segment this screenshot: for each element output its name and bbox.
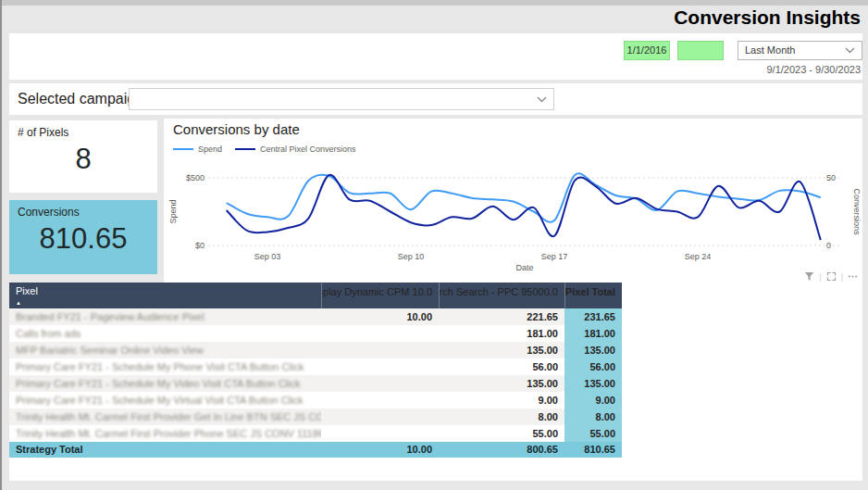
table-body: Branded FY21 - Pageview Audience Pixel10…	[9, 308, 622, 442]
pixel-table: Pixel ▲ Display Dynamic CPM 10.0 Search …	[9, 283, 622, 458]
search-value-cell: 55.00	[439, 425, 564, 442]
svg-text:$500: $500	[186, 173, 205, 182]
line-chart[interactable]: $0$500050Sep 03Sep 10Sep 17Sep 24DateSpe…	[164, 119, 862, 283]
pixel-name-cell: Primary Care FY21 - Schedule My Virtual …	[9, 392, 321, 408]
conversions-kpi-value: 810.65	[9, 222, 157, 256]
svg-text:Sep 10: Sep 10	[398, 252, 425, 261]
search-value-cell: 9.00	[439, 392, 564, 408]
display-value-cell	[321, 358, 439, 375]
table-row[interactable]: MFP Bariatric Seminar Online Video View1…	[9, 342, 622, 358]
search-value-cell: 135.00	[439, 342, 564, 358]
focus-mode-icon[interactable]	[826, 271, 837, 282]
filters-panel: 1/1/2016 Last Month 9/1/2023 - 9/30/2023	[9, 33, 862, 80]
pixel-total-cell: 135.00	[564, 342, 622, 358]
column-header-pixel[interactable]: Pixel ▲	[9, 283, 321, 308]
pixel-total-cell: 9.00	[564, 392, 622, 408]
campaign-panel: Selected campaign	[9, 83, 862, 115]
conversions-kpi-label: Conversions	[18, 206, 80, 219]
toolbar-separator: |	[841, 272, 843, 282]
sort-ascending-icon: ▲	[16, 298, 38, 308]
svg-text:$0: $0	[195, 241, 205, 250]
column-header-search[interactable]: Search Search - PPC 95000.0	[439, 283, 564, 308]
campaign-combobox[interactable]	[129, 88, 554, 110]
date-filter-input-2[interactable]	[677, 41, 724, 60]
chevron-down-icon	[537, 96, 547, 103]
conversions-kpi-card: Conversions 810.65	[9, 200, 157, 274]
pixel-name-cell: Calls from ads	[9, 325, 321, 342]
pixels-kpi-value: 8	[9, 143, 157, 176]
display-value-cell: 10.00	[321, 308, 439, 325]
pixel-total-cell: 181.00	[564, 325, 622, 342]
svg-text:Spend: Spend	[168, 199, 178, 223]
display-value-cell	[321, 375, 439, 392]
pixel-name-cell: Primary Care FY21 - Schedule My Video Vi…	[9, 375, 321, 392]
total-pixel-total-cell: 810.65	[564, 442, 622, 458]
pixel-name-cell: Trinity Health Mt. Carmel First Provider…	[9, 408, 321, 425]
search-value-cell: 181.00	[439, 325, 564, 342]
column-header-pixel-total[interactable]: Pixel Total	[564, 283, 622, 308]
table-row[interactable]: Calls from ads181.00181.00	[9, 325, 622, 342]
period-select[interactable]: Last Month	[738, 41, 862, 60]
svg-text:50: 50	[826, 173, 836, 182]
pixel-name-cell: MFP Bariatric Seminar Online Video View	[9, 342, 321, 358]
date-filter-input[interactable]: 1/1/2016	[624, 41, 670, 60]
table-row[interactable]: Trinity Health Mt. Carmel First Provider…	[9, 408, 622, 425]
pixel-total-cell: 56.00	[564, 358, 622, 375]
table-row[interactable]: Trinity Health Mt. Carmel First Provider…	[9, 425, 622, 442]
page-title: Conversion Insights	[674, 6, 861, 29]
search-value-cell: 221.65	[439, 308, 564, 325]
total-label-cell: Strategy Total	[9, 442, 321, 458]
total-search-cell: 800.65	[439, 442, 564, 458]
pixels-kpi-label: # of Pixels	[18, 126, 68, 139]
svg-text:0: 0	[826, 241, 831, 250]
pixel-total-cell: 135.00	[564, 375, 622, 392]
pixel-name-cell: Branded FY21 - Pageview Audience Pixel	[9, 308, 321, 325]
table-header-row: Pixel ▲ Display Dynamic CPM 10.0 Search …	[9, 283, 622, 308]
table-row[interactable]: Primary Care FY21 - Schedule My Video Vi…	[9, 375, 622, 392]
svg-text:Sep 17: Sep 17	[541, 252, 568, 261]
svg-text:Conversions: Conversions	[852, 188, 862, 235]
search-value-cell: 135.00	[439, 375, 564, 392]
display-value-cell	[321, 392, 439, 408]
table-total-row[interactable]: Strategy Total10.00800.65810.65	[9, 442, 622, 458]
filter-icon[interactable]	[804, 271, 814, 282]
pixel-total-cell: 55.00	[564, 425, 622, 442]
window-top-strip	[2, 0, 868, 6]
pixel-total-cell: 8.00	[564, 408, 622, 425]
pixels-kpi-card: # of Pixels 8	[9, 120, 157, 193]
display-value-cell	[321, 408, 439, 425]
pixel-name-cell: Primary Care FY21 - Schedule My Phone Vi…	[9, 358, 321, 375]
period-select-value: Last Month	[745, 42, 795, 59]
chart-toolbar: | |	[804, 271, 858, 282]
date-range-label: 9/1/2023 - 9/30/2023	[738, 64, 862, 75]
column-header-display[interactable]: Display Dynamic CPM 10.0	[321, 283, 439, 308]
display-value-cell	[321, 342, 439, 358]
display-value-cell	[321, 425, 439, 442]
search-value-cell: 8.00	[439, 408, 564, 425]
total-display-cell: 10.00	[321, 442, 439, 458]
more-options-icon[interactable]	[848, 271, 858, 282]
pixel-name-cell: Trinity Health Mt. Carmel First Provider…	[9, 425, 321, 442]
campaign-label: Selected campaign	[18, 83, 143, 115]
display-value-cell	[321, 325, 439, 342]
pixel-total-cell: 231.65	[564, 308, 622, 325]
table-row[interactable]: Primary Care FY21 - Schedule My Phone Vi…	[9, 358, 622, 375]
svg-text:Sep 03: Sep 03	[254, 252, 281, 261]
chevron-down-icon	[845, 47, 855, 54]
search-value-cell: 56.00	[439, 358, 564, 375]
column-header-label: Pixel	[16, 286, 38, 296]
svg-text:Sep 24: Sep 24	[685, 252, 712, 261]
table-row[interactable]: Primary Care FY21 - Schedule My Virtual …	[9, 392, 622, 408]
toolbar-separator: |	[819, 272, 821, 282]
table-row[interactable]: Branded FY21 - Pageview Audience Pixel10…	[9, 308, 622, 325]
conversions-chart-panel: Conversions by date SpendCentral Pixel C…	[164, 119, 862, 283]
svg-text:Date: Date	[515, 263, 533, 272]
